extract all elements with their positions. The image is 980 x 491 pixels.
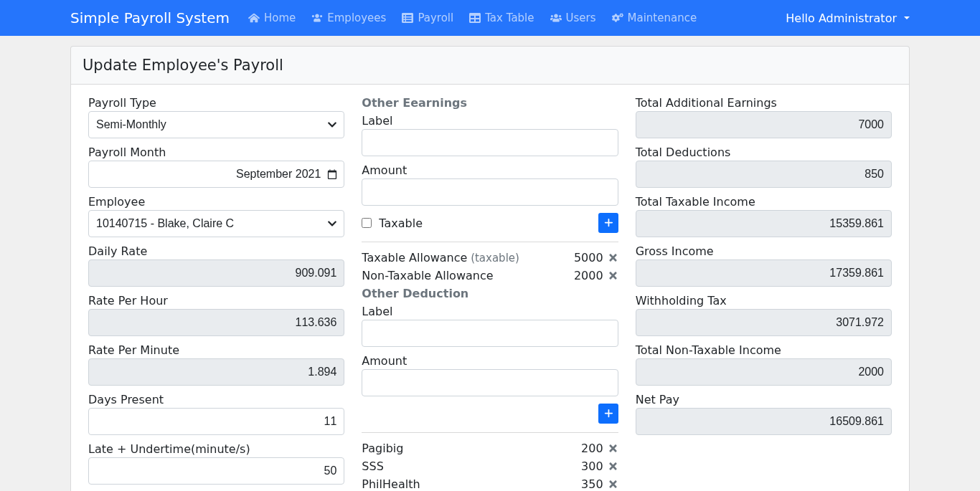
taxable-checkbox[interactable] xyxy=(362,218,372,228)
earnings-amount-label: Amount xyxy=(362,163,618,177)
deduction-amount-input[interactable] xyxy=(362,369,618,396)
nav-label: Payroll xyxy=(418,11,453,24)
list-icon xyxy=(402,12,413,24)
nav-label: Home xyxy=(264,11,296,24)
rate-hour-label: Rate Per Hour xyxy=(88,294,344,308)
net-pay-value xyxy=(636,408,892,435)
remove-icon[interactable] xyxy=(608,252,618,263)
brand: Simple Payroll System xyxy=(70,9,230,27)
total-add-earn-value xyxy=(636,111,892,138)
plus-icon xyxy=(603,218,613,228)
payroll-month-input[interactable] xyxy=(88,161,344,188)
nav-links: Home Employees Payroll Tax Table Users M… xyxy=(241,6,786,30)
total-taxable-label: Total Taxable Income xyxy=(636,195,892,209)
list-item: Pagibig200 xyxy=(362,442,618,455)
nav-label: Employees xyxy=(327,11,386,24)
caret-icon xyxy=(904,16,910,19)
list-item-amount: 2000 xyxy=(574,269,603,282)
total-deductions-value xyxy=(636,161,892,188)
middle-column: Other Eearnings Label Amount Taxable xyxy=(362,96,618,491)
daily-rate-label: Daily Rate xyxy=(88,244,344,258)
days-present-input[interactable] xyxy=(88,408,344,435)
taxable-label: Taxable xyxy=(379,216,423,230)
list-item: Non-Taxable Allowance2000 xyxy=(362,269,618,282)
deduction-amount-label: Amount xyxy=(362,354,618,368)
list-item-amount-wrap: 350 xyxy=(581,477,618,491)
rate-minute-label: Rate Per Minute xyxy=(88,343,344,357)
list-item-amount: 200 xyxy=(581,442,603,455)
days-present-label: Days Present xyxy=(88,393,344,406)
navbar: Simple Payroll System Home Employees Pay… xyxy=(0,0,980,36)
user-text: Hello Administrator xyxy=(786,11,897,25)
employee-select[interactable] xyxy=(88,210,344,237)
rate-hour-value xyxy=(88,309,344,336)
earnings-label-label: Label xyxy=(362,114,618,128)
right-column: Total Additional Earnings Total Deductio… xyxy=(636,96,892,491)
list-item-label: PhilHealth xyxy=(362,477,420,491)
gross-income-value xyxy=(636,259,892,287)
user-icon xyxy=(311,12,323,24)
earnings-label-input[interactable] xyxy=(362,129,618,156)
remove-icon[interactable] xyxy=(608,270,618,281)
cogs-icon xyxy=(612,12,623,24)
net-pay-label: Net Pay xyxy=(636,393,892,406)
total-nontaxable-value xyxy=(636,358,892,386)
nav-users[interactable]: Users xyxy=(543,6,603,30)
total-deductions-label: Total Deductions xyxy=(636,146,892,159)
payroll-type-select[interactable] xyxy=(88,111,344,138)
nav-label: Tax Table xyxy=(485,11,534,24)
remove-icon[interactable] xyxy=(608,461,618,472)
total-nontaxable-label: Total Non-Taxable Income xyxy=(636,343,892,357)
nav-label: Users xyxy=(566,11,596,24)
list-item-label: Pagibig xyxy=(362,442,403,455)
earnings-amount-input[interactable] xyxy=(362,178,618,206)
list-item-amount: 350 xyxy=(581,477,603,491)
other-deduction-head: Other Deduction xyxy=(362,287,618,300)
divider xyxy=(362,432,618,433)
withholding-tax-value xyxy=(636,309,892,336)
list-item-amount-wrap: 2000 xyxy=(574,269,618,282)
list-item-amount-wrap: 5000 xyxy=(574,251,618,264)
employee-label: Employee xyxy=(88,195,344,209)
user-menu[interactable]: Hello Administrator xyxy=(786,11,910,25)
late-undertime-label: Late + Undertime(minute/s) xyxy=(88,442,344,456)
list-item-suffix: (taxable) xyxy=(467,252,519,264)
list-item-amount: 300 xyxy=(581,459,603,473)
nav-tax-table[interactable]: Tax Table xyxy=(462,6,541,30)
table-icon xyxy=(469,12,481,24)
taxable-wrap[interactable]: Taxable xyxy=(362,216,423,230)
list-item: Taxable Allowance (taxable)5000 xyxy=(362,251,618,264)
card-title: Update Employee's Payroll xyxy=(71,47,909,85)
list-item-amount-wrap: 200 xyxy=(581,442,618,455)
plus-icon xyxy=(603,409,613,419)
left-column: Payroll Type Payroll Month Employee xyxy=(88,96,344,491)
add-deduction-button[interactable] xyxy=(598,404,618,424)
total-add-earn-label: Total Additional Earnings xyxy=(636,96,892,110)
nav-employees[interactable]: Employees xyxy=(304,6,393,30)
list-item-label: Taxable Allowance (taxable) xyxy=(362,251,519,264)
remove-icon[interactable] xyxy=(608,479,618,490)
payroll-type-label: Payroll Type xyxy=(88,96,344,110)
add-earning-button[interactable] xyxy=(598,213,618,233)
users-icon xyxy=(550,12,562,24)
payroll-month-label: Payroll Month xyxy=(88,146,344,159)
nav-maintenance[interactable]: Maintenance xyxy=(605,6,705,30)
daily-rate-value xyxy=(88,259,344,287)
nav-label: Maintenance xyxy=(628,11,697,24)
total-taxable-value xyxy=(636,210,892,237)
list-item: SSS300 xyxy=(362,459,618,473)
withholding-tax-label: Withholding Tax xyxy=(636,294,892,308)
list-item-label: SSS xyxy=(362,459,383,473)
nav-payroll[interactable]: Payroll xyxy=(395,6,461,30)
deduction-label-input[interactable] xyxy=(362,320,618,347)
other-earnings-head: Other Eearnings xyxy=(362,96,618,110)
list-item-amount: 5000 xyxy=(574,251,603,264)
deduction-label-label: Label xyxy=(362,305,618,318)
list-item-amount-wrap: 300 xyxy=(581,459,618,473)
remove-icon[interactable] xyxy=(608,443,618,454)
divider xyxy=(362,242,618,242)
home-icon xyxy=(248,12,260,24)
late-undertime-input[interactable] xyxy=(88,457,344,485)
payroll-card: Update Employee's Payroll Payroll Type P… xyxy=(70,46,910,491)
nav-home[interactable]: Home xyxy=(241,6,303,30)
